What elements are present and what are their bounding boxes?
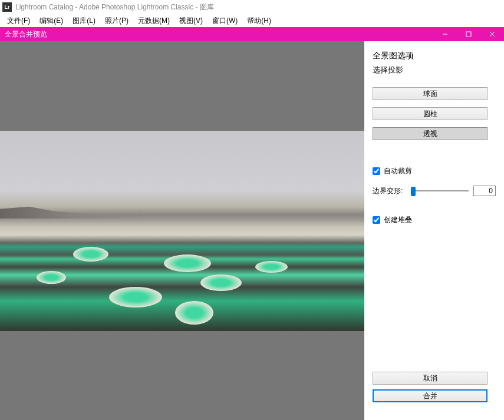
dialog-body: 全景图选项 选择投影 球面 圆柱 透视 自动裁剪 边界变形: 创建堆叠 取消 合… xyxy=(0,41,504,420)
menu-window[interactable]: 窗口(W) xyxy=(207,15,242,27)
projection-perspective-button[interactable]: 透视 xyxy=(373,127,487,140)
create-stack-label: 创建堆叠 xyxy=(384,215,412,225)
preview-pane xyxy=(0,41,364,420)
minimize-button[interactable] xyxy=(433,27,457,41)
boundary-warp-label: 边界变形: xyxy=(373,186,403,196)
menu-help[interactable]: 帮助(H) xyxy=(242,15,276,27)
boundary-warp-slider[interactable] xyxy=(411,190,469,191)
app-titlebar: Lr Lightroom Catalog - Adobe Photoshop L… xyxy=(0,0,504,14)
boundary-warp-input[interactable] xyxy=(473,186,496,196)
projection-title: 选择投影 xyxy=(373,65,496,75)
boundary-warp-row: 边界变形: xyxy=(373,186,496,196)
options-pane: 全景图选项 选择投影 球面 圆柱 透视 自动裁剪 边界变形: 创建堆叠 取消 合… xyxy=(364,41,504,420)
menu-photo[interactable]: 照片(P) xyxy=(100,15,133,27)
menubar: 文件(F) 编辑(E) 图库(L) 照片(P) 元数据(M) 视图(V) 窗口(… xyxy=(0,14,504,27)
projection-cylindrical-button[interactable]: 圆柱 xyxy=(373,107,487,120)
dialog-title: 全景合并预览 xyxy=(5,29,433,39)
close-icon xyxy=(489,31,495,37)
create-stack-row[interactable]: 创建堆叠 xyxy=(373,215,496,225)
cancel-button[interactable]: 取消 xyxy=(373,372,487,385)
dialog-titlebar: 全景合并预览 xyxy=(0,27,504,41)
create-stack-checkbox[interactable] xyxy=(373,216,380,224)
panorama-preview-image xyxy=(0,131,364,331)
menu-view[interactable]: 视图(V) xyxy=(174,15,207,27)
auto-crop-label: 自动裁剪 xyxy=(384,166,412,176)
svg-rect-1 xyxy=(466,32,471,37)
auto-crop-checkbox[interactable] xyxy=(373,167,380,175)
menu-file[interactable]: 文件(F) xyxy=(2,15,35,27)
close-button[interactable] xyxy=(480,27,504,41)
menu-library[interactable]: 图库(L) xyxy=(68,15,100,27)
app-logo: Lr xyxy=(2,2,12,12)
options-title: 全景图选项 xyxy=(373,51,496,61)
merge-button[interactable]: 合并 xyxy=(373,389,487,402)
maximize-button[interactable] xyxy=(457,27,480,41)
minimize-icon xyxy=(442,31,448,37)
projection-spherical-button[interactable]: 球面 xyxy=(373,87,487,100)
boundary-warp-slider-thumb[interactable] xyxy=(411,187,416,196)
auto-crop-row[interactable]: 自动裁剪 xyxy=(373,166,496,176)
maximize-icon xyxy=(466,31,472,37)
menu-edit[interactable]: 编辑(E) xyxy=(35,15,68,27)
app-title: Lightroom Catalog - Adobe Photoshop Ligh… xyxy=(15,2,214,12)
menu-metadata[interactable]: 元数据(M) xyxy=(133,15,174,27)
